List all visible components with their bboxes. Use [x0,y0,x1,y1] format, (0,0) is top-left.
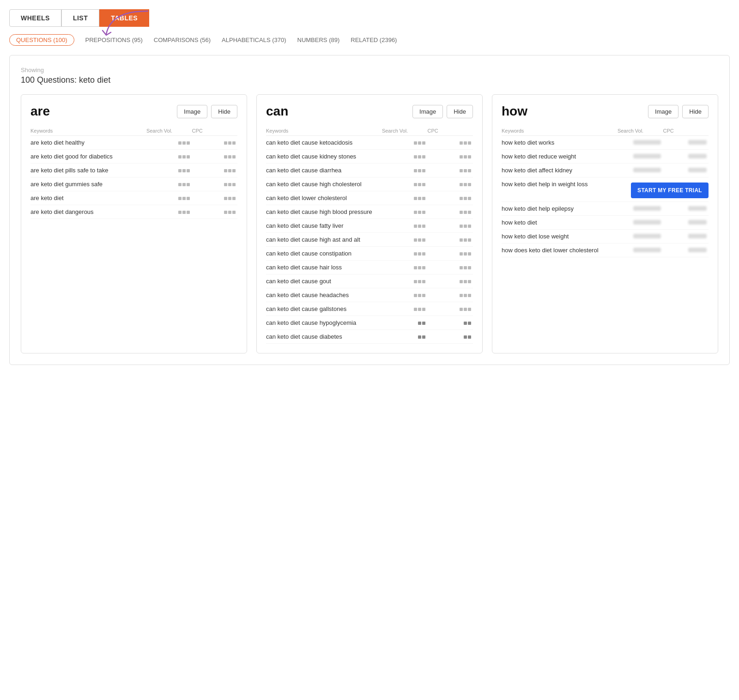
card-how-image-btn[interactable]: Image [648,105,678,118]
table-row: how keto diet reduce weight [502,150,709,164]
keyword-cell: how does keto diet lower cholesterol [502,243,618,257]
keyword-cell: can keto diet cause constipation [266,247,382,261]
card-can-buttons: Image Hide [412,105,473,118]
filter-comparisons[interactable]: COMPARISONS (56) [154,37,211,43]
cards-grid: are Image Hide Keywords Search Vol. CPC [21,94,718,353]
card-can-table: Keywords Search Vol. CPC can keto diet c… [266,126,473,344]
table-row: how does keto diet lower cholesterol [502,243,709,257]
cpc-dots [224,155,236,158]
keyword-cell: how keto diet affect kidney [502,164,618,177]
tab-list[interactable]: LIST [61,9,99,27]
showing-label: Showing [21,67,718,73]
keyword-cell: can keto diet cause fatty liver [266,219,382,233]
keyword-cell: are keto diet dangerous [30,205,146,219]
card-can-title: can [266,104,288,119]
keyword-cell: can keto diet cause high blood pressure [266,205,382,219]
vol-dots [178,211,190,214]
keyword-cell: can keto diet cause headaches [266,288,382,302]
table-row: are keto diet [30,191,237,205]
table-row: can keto diet cause headaches [266,288,473,302]
table-row: can keto diet cause diabetes [266,330,473,344]
vol-blurred [633,206,661,211]
table-row: are keto diet healthy [30,136,237,150]
cpc-dots [224,197,236,200]
cpc-blurred [688,248,707,252]
table-row: can keto diet cause fatty liver [266,219,473,233]
col-cpc: CPC [663,126,709,136]
table-row: can keto diet lower cholesterol [266,191,473,205]
table-row: can keto diet cause gallstones [266,302,473,316]
cpc-dots [224,141,236,145]
vol-blurred [633,234,661,238]
cpc-blurred [688,206,707,211]
table-row: can keto diet cause constipation [266,247,473,261]
card-can-hide-btn[interactable]: Hide [447,105,473,118]
card-are-title: are [30,104,50,119]
col-vol: Search Vol. [382,126,428,136]
cpc-dots [224,211,236,214]
keyword-cell: can keto diet cause hypoglycemia [266,316,382,330]
table-row: how keto diet help epilepsy [502,202,709,216]
keyword-cell: how keto diet reduce weight [502,150,618,164]
keyword-cell: can keto diet cause ketoacidosis [266,136,382,150]
table-row: are keto diet good for diabetics [30,150,237,164]
keyword-cell: can keto diet cause high ast and alt [266,233,382,247]
filter-questions[interactable]: QUESTIONS (100) [9,34,74,46]
cpc-blurred [688,140,707,145]
card-can: can Image Hide Keywords Search Vol. CPC [256,94,483,353]
vol-dots [178,169,190,172]
card-are-hide-btn[interactable]: Hide [211,105,237,118]
cpc-blurred [688,234,707,238]
keyword-cell: how keto diet help epilepsy [502,202,618,216]
filter-related[interactable]: RELATED (2396) [351,37,397,43]
table-row: how keto diet works [502,136,709,150]
col-keywords: Keywords [30,126,146,136]
card-how-header: how Image Hide [502,104,709,119]
keyword-cell: how keto diet works [502,136,618,150]
card-how-hide-btn[interactable]: Hide [682,105,709,118]
col-vol: Search Vol. [146,126,192,136]
card-are-buttons: Image Hide [177,105,237,118]
vol-blurred [633,168,661,172]
keyword-cell: can keto diet cause diarrhea [266,164,382,177]
keyword-cell: can keto diet cause gallstones [266,302,382,316]
keyword-cell: can keto diet cause high cholesterol [266,177,382,191]
col-keywords: Keywords [266,126,382,136]
col-cpc: CPC [427,126,473,136]
vol-blurred [633,248,661,252]
tab-wheels[interactable]: WHEELS [9,9,61,27]
table-row: how keto diet [502,216,709,230]
filter-alphabeticals[interactable]: ALPHABETICALS (370) [222,37,286,43]
table-row: can keto diet cause ketoacidosis [266,136,473,150]
card-are-header: are Image Hide [30,104,237,119]
card-are-image-btn[interactable]: Image [177,105,207,118]
keyword-cell: can keto diet cause gout [266,274,382,288]
cpc-dots [224,183,236,186]
cpc-blurred [688,154,707,158]
showing-count-type: 100 [21,75,35,85]
vol-blurred [633,154,661,158]
table-row: can keto diet cause high cholesterol [266,177,473,191]
card-can-header: can Image Hide [266,104,473,119]
table-row: can keto diet cause gout [266,274,473,288]
keyword-cell: are keto diet pills safe to take [30,164,146,177]
keyword-cell: can keto diet lower cholesterol [266,191,382,205]
table-row: are keto diet pills safe to take [30,164,237,177]
start-free-trial-button[interactable]: START MY FREE TRIAL [631,183,709,198]
vol-dots [178,183,190,186]
card-how-title: how [502,104,527,119]
card-how: how Image Hide Keywords Search Vol. CPC [492,94,718,353]
showing-type: Questions: [37,75,79,85]
filter-numbers[interactable]: NUMBERS (89) [297,37,340,43]
keyword-cell: can keto diet cause diabetes [266,330,382,344]
table-row: how keto diet affect kidney [502,164,709,177]
vol-blurred [633,220,661,225]
vol-dots [178,197,190,200]
vol-dots [178,141,190,145]
card-how-table: Keywords Search Vol. CPC how keto diet w… [502,126,709,257]
keyword-cell: are keto diet healthy [30,136,146,150]
card-can-image-btn[interactable]: Image [412,105,443,118]
table-row: are keto diet dangerous [30,205,237,219]
table-row: can keto diet cause high blood pressure [266,205,473,219]
table-row: can keto diet cause hypoglycemia [266,316,473,330]
